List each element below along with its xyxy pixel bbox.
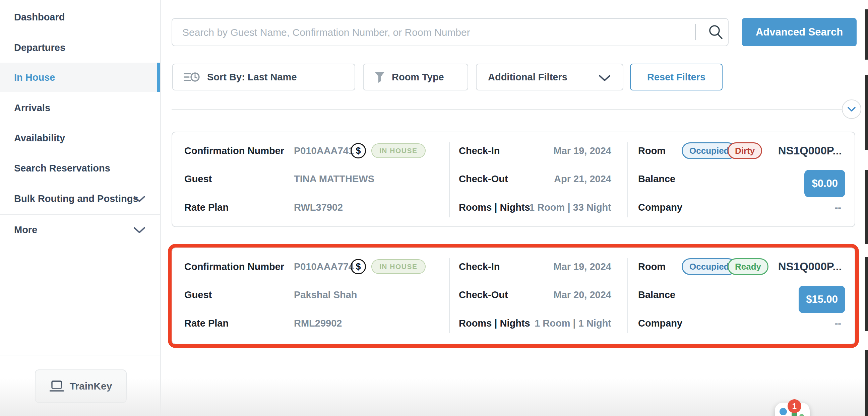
in-house-status-badge: IN HOUSE (371, 143, 426, 158)
sidebar-item-availability[interactable]: Availability (0, 123, 160, 153)
check-out-value: Mar 20, 2024 (507, 285, 611, 305)
rate-plan-label: Rate Plan (184, 198, 228, 217)
search-input[interactable] (182, 19, 679, 46)
room-type-label: Room Type (392, 72, 444, 83)
guest-name-value: TINA MATTHEWS (294, 169, 374, 189)
balance-label: Balance (638, 169, 675, 189)
sidebar-divider (0, 355, 160, 355)
sidebar-divider (0, 214, 160, 215)
screen-edge-artifact (865, 9, 868, 416)
edge-gap (865, 60, 868, 75)
search-icon[interactable] (707, 24, 724, 41)
sidebar-item-in-house[interactable]: In House (0, 63, 160, 92)
sidebar-item-dashboard[interactable]: Dashboard (0, 2, 160, 32)
confirmation-number-value: P010AAA774 (294, 257, 354, 276)
edge-gap (865, 331, 868, 350)
rate-plan-value: RWL37902 (294, 198, 343, 217)
sidebar-item-bulk-routing[interactable]: Bulk Routing and Postings (0, 184, 160, 213)
sidebar-item-more[interactable]: More (0, 215, 160, 245)
balance-label: Balance (638, 285, 675, 305)
rate-plan-value: RML29902 (294, 314, 342, 333)
confirmation-number-label: Confirmation Number (184, 141, 284, 160)
sidebar-item-departures[interactable]: Departures (0, 33, 160, 62)
confirmation-number-label: Confirmation Number (184, 257, 284, 276)
sort-icon (183, 70, 200, 84)
housekeeping-status-pill: Ready (727, 258, 769, 275)
chevron-down-icon (133, 226, 146, 234)
notification-badge: 1 (787, 399, 801, 413)
chevron-down-icon (598, 74, 611, 82)
chat-logo-person (779, 408, 787, 415)
collapse-section-button[interactable] (842, 99, 861, 119)
trainkey-label: TrainKey (70, 381, 112, 392)
reservation-card-highlighted[interactable]: Confirmation Number P010AAA774 $ IN HOUS… (172, 248, 855, 344)
section-divider (172, 109, 843, 109)
reset-filters-button[interactable]: Reset Filters (630, 64, 722, 90)
rooms-nights-value: 1 Room | 33 Night (507, 198, 611, 217)
card-column-divider (449, 142, 450, 217)
sort-by-label: Sort By: Last Name (207, 72, 297, 83)
dollar-circle-icon: $ (350, 259, 366, 274)
room-number-value: NS1Q000P... (778, 141, 842, 160)
chat-logo-bar (799, 414, 804, 416)
room-type-filter-button[interactable]: Room Type (363, 64, 468, 90)
company-label: Company (638, 198, 682, 217)
room-label: Room (638, 141, 665, 160)
trainkey-button[interactable]: TrainKey (35, 370, 127, 403)
guest-label: Guest (184, 169, 212, 189)
edge-gap (865, 244, 868, 257)
reservation-card[interactable]: Confirmation Number P010AAA741 $ IN HOUS… (172, 132, 855, 227)
balance-button[interactable]: $15.00 (799, 286, 845, 313)
check-in-value: Mar 19, 2024 (507, 141, 611, 160)
check-out-label: Check-Out (459, 169, 508, 189)
card-column-divider (627, 258, 628, 333)
sidebar-item-search-reservations[interactable]: Search Reservations (0, 153, 160, 183)
room-number-value: NS1Q000P... (778, 257, 842, 276)
sidebar-item-label: More (14, 224, 37, 235)
search-divider (695, 24, 696, 40)
guest-search-box (172, 18, 728, 46)
advanced-search-button[interactable]: Advanced Search (742, 18, 857, 46)
sidebar-item-arrivals[interactable]: Arrivals (0, 93, 160, 123)
check-in-label: Check-In (459, 257, 500, 276)
additional-filters-label: Additional Filters (488, 72, 567, 83)
check-out-value: Apr 21, 2024 (507, 169, 611, 189)
edge-gap (865, 150, 868, 170)
in-house-status-badge: IN HOUSE (371, 259, 426, 274)
rate-plan-label: Rate Plan (184, 314, 228, 333)
funnel-icon (374, 70, 386, 84)
confirmation-number-value: P010AAA741 (294, 141, 354, 160)
chevron-down-icon (133, 195, 146, 203)
check-in-label: Check-In (459, 141, 500, 160)
housekeeping-status-pill: Dirty (727, 142, 762, 159)
company-value: -- (835, 198, 841, 217)
room-label: Room (638, 257, 665, 276)
check-in-value: Mar 19, 2024 (507, 257, 611, 276)
chevron-down-icon (847, 106, 856, 112)
sidebar-item-label: Bulk Routing and Postings (14, 193, 138, 204)
dollar-circle-icon: $ (350, 143, 366, 158)
card-column-divider (449, 258, 450, 333)
company-label: Company (638, 314, 682, 333)
sidebar: Dashboard Departures In House Arrivals A… (0, 0, 161, 416)
company-value: -- (835, 314, 841, 333)
rooms-nights-value: 1 Room | 1 Night (507, 314, 611, 333)
card-column-divider (627, 142, 628, 217)
guest-label: Guest (184, 285, 212, 305)
sort-by-button[interactable]: Sort By: Last Name (172, 64, 355, 90)
additional-filters-dropdown[interactable]: Additional Filters (476, 64, 623, 90)
balance-button[interactable]: $0.00 (804, 170, 845, 197)
laptop-icon (50, 380, 64, 392)
guest-name-value: Pakshal Shah (294, 285, 357, 305)
check-out-label: Check-Out (459, 285, 508, 305)
